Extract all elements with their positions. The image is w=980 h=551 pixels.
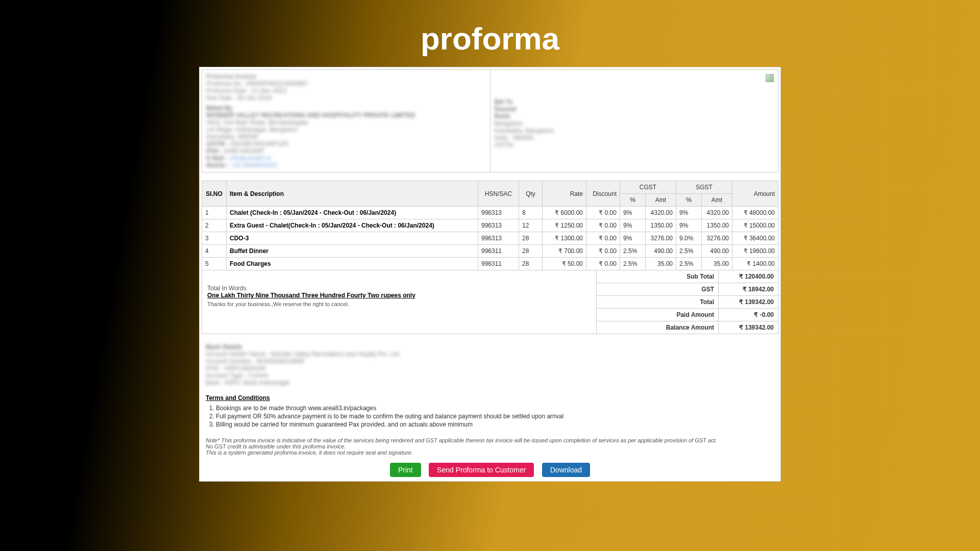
- cell-hsn: 996313: [478, 232, 519, 245]
- terms-list: Bookings are to be made through www.area…: [202, 405, 778, 428]
- bill-to-name1: Desmet: [495, 106, 774, 113]
- col-sgst-amt: Amt: [701, 194, 732, 207]
- bill-to-addr3: India - 560083: [495, 134, 774, 141]
- cell-cgst-pct: 2.5%: [620, 245, 645, 258]
- proforma-header-blur: Proforma Invoice Proforma No : AR83PFM20…: [206, 73, 486, 102]
- bank-line2: Account Number : 50200028019908: [206, 358, 774, 365]
- col-cgst: CGST: [620, 181, 676, 194]
- print-button[interactable]: Print: [390, 463, 421, 477]
- cell-rate: ₹ 6000.00: [542, 207, 586, 219]
- bill-to-addr2: Karnataka, Bangalore,: [495, 127, 774, 134]
- table-row: 2Extra Guest - Chalet(Check-In : 05/Jan/…: [202, 219, 778, 232]
- cell-rate: ₹ 1250.00: [542, 219, 586, 232]
- cell-discount: ₹ 0.00: [586, 232, 620, 245]
- cell-sgst-amt: 4320.00: [701, 207, 732, 219]
- mobile-value: +91 8884608383: [231, 162, 277, 169]
- cell-amount: ₹ 48000.00: [732, 207, 778, 219]
- download-button[interactable]: Download: [542, 463, 590, 477]
- cell-qty: 28: [519, 232, 542, 245]
- cell-sgst-amt: 1350.00: [701, 219, 732, 232]
- cell-desc: Food Charges: [227, 258, 478, 270]
- due-date: 05-Jan-2024: [237, 94, 272, 102]
- cell-cgst-pct: 9%: [620, 207, 645, 219]
- paid-label: Paid Amount: [597, 309, 719, 321]
- billed-by-addr1: #619, 2nd Main Road, Binnamangala,: [206, 119, 486, 126]
- col-sgst: SGST: [676, 181, 732, 194]
- send-proforma-button[interactable]: Send Proforma to Customer: [429, 463, 534, 477]
- col-cgst-amt: Amt: [645, 194, 676, 207]
- cell-hsn: 996313: [478, 219, 519, 232]
- proforma-date: 21-Dec-2023: [251, 87, 286, 94]
- cell-desc: Extra Guest - Chalet(Check-In : 05/Jan/2…: [227, 219, 478, 232]
- cell-sgst-pct: 2.5%: [676, 245, 701, 258]
- proforma-date-label: Proforma Date :: [206, 87, 250, 94]
- billed-by-addr2: 1st Stage, Indiranagar, Bengaluru: [206, 126, 486, 133]
- bank-line4: Account Type : Current: [206, 372, 774, 379]
- cell-sgst-amt: 35.00: [701, 258, 732, 270]
- bill-to-addr1: Bangalore,: [495, 120, 774, 127]
- cell-sl: 1: [202, 207, 227, 219]
- cell-hsn: 996311: [478, 258, 519, 270]
- cell-sl: 4: [202, 245, 227, 258]
- bill-to-blur: Bill To Desmet Rohit Bangalore, Karnatak…: [495, 98, 774, 148]
- bill-to-name2: Rohit: [495, 113, 774, 120]
- terms-item: Bookings are to be made through www.area…: [216, 405, 778, 412]
- cell-sgst-pct: 2.5%: [676, 258, 701, 270]
- cell-desc: CDO-3: [227, 232, 478, 245]
- table-row: 3CDO-399631328₹ 1300.00₹ 0.009%3276.009.…: [202, 232, 778, 245]
- cell-sgst-pct: 9.0%: [676, 232, 701, 245]
- pan-value: AABCW8194P: [224, 147, 264, 155]
- cell-cgst-pct: 9%: [620, 219, 645, 232]
- cell-qty: 8: [519, 207, 542, 219]
- paid-value: ₹ -0.00: [719, 309, 778, 321]
- balance-value: ₹ 139342.00: [719, 321, 778, 334]
- cell-desc: Chalet (Check-In : 05/Jan/2024 - Check-O…: [227, 207, 478, 219]
- header-block: Proforma Invoice Proforma No : AR83PFM20…: [202, 69, 778, 172]
- total-in-words-label: Total In Words: [207, 285, 591, 292]
- cell-qty: 12: [519, 219, 542, 232]
- balance-label: Balance Amount: [597, 321, 719, 334]
- billed-by-blur: Billed By WONDER VALLEY RECREATIONS AND …: [206, 105, 486, 169]
- col-rate: Rate: [542, 181, 586, 207]
- cell-sgst-amt: 490.00: [701, 245, 732, 258]
- cell-sl: 3: [202, 232, 227, 245]
- cell-cgst-pct: 9%: [620, 232, 645, 245]
- sub-total-value: ₹ 120400.00: [719, 270, 778, 283]
- cell-qty: 28: [519, 258, 542, 270]
- cell-hsn: 996311: [478, 245, 519, 258]
- cell-cgst-amt: 3276.00: [645, 232, 676, 245]
- bank-line5: Bank : HDFC Bank Indiranagar: [206, 379, 774, 386]
- email-label: E-Mail :: [206, 155, 228, 162]
- cell-rate: ₹ 1300.00: [542, 232, 586, 245]
- cell-discount: ₹ 0.00: [586, 245, 620, 258]
- bank-line3: IFSC : HDFC0000184: [206, 365, 774, 372]
- thanks-text: Thanks for your business.,We reserve the…: [207, 301, 591, 307]
- bank-heading: Bank Details: [206, 343, 774, 350]
- due-date-label: Due Date :: [206, 94, 235, 102]
- cell-amount: ₹ 1400.00: [732, 258, 778, 270]
- billed-by-addr3: Karnataka, 560038: [206, 133, 486, 140]
- cell-sl: 2: [202, 219, 227, 232]
- logo-placeholder-icon: [766, 74, 774, 82]
- cell-cgst-amt: 1350.00: [645, 219, 676, 232]
- col-discount: Discount: [586, 181, 620, 207]
- note-line3: This is a system generated proforma invo…: [206, 449, 774, 456]
- gst-label: GST: [597, 283, 719, 295]
- col-hsn: HSN/SAC: [478, 181, 519, 207]
- total-label: Total: [597, 296, 719, 308]
- bank-details-blur: Bank Details Account Holder Name : Wonde…: [202, 340, 778, 389]
- cell-sgst-pct: 9%: [676, 219, 701, 232]
- terms-item: Full payment OR 50% advance payment is t…: [216, 413, 778, 420]
- cell-sl: 5: [202, 258, 227, 270]
- items-table: SI.NO Item & Description HSN/SAC Qty Rat…: [202, 181, 778, 270]
- cell-cgst-amt: 4320.00: [645, 207, 676, 219]
- col-amount: Amount: [732, 181, 778, 207]
- terms-heading: Terms and Conditions: [202, 394, 778, 402]
- proforma-no-label: Proforma No :: [206, 80, 244, 87]
- bill-to-label: Bill To: [495, 98, 774, 106]
- sub-total-label: Sub Total: [597, 270, 719, 283]
- table-row: 5Food Charges99631128₹ 50.00₹ 0.002.5%35…: [202, 258, 778, 270]
- page-title: proforma: [0, 0, 980, 67]
- cell-cgst-amt: 490.00: [645, 245, 676, 258]
- billed-by-name: WONDER VALLEY RECREATIONS AND HOSPITALIT…: [206, 112, 486, 119]
